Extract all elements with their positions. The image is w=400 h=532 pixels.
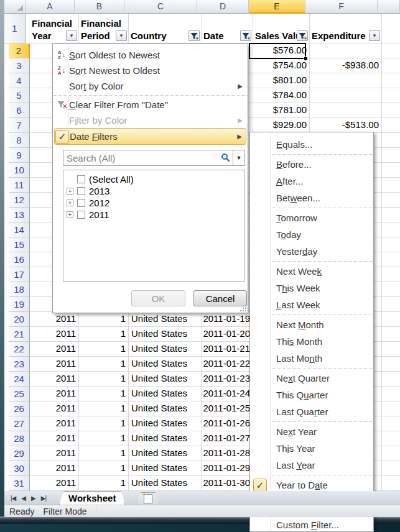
- checkbox-2012[interactable]: [77, 199, 85, 207]
- row-header-26[interactable]: 26: [9, 401, 30, 416]
- cell-G23[interactable]: [382, 357, 400, 372]
- cell-G26[interactable]: [382, 401, 400, 416]
- menu-item-clear-filter-from-date[interactable]: ✕Clear Filter From "Date": [54, 97, 246, 112]
- menu-item-next-month[interactable]: Next Month: [250, 316, 373, 333]
- menu-item-today[interactable]: Today: [250, 226, 373, 243]
- cell-D20[interactable]: 2011-01-19: [202, 312, 253, 327]
- menu-item-between[interactable]: Between...: [250, 190, 373, 206]
- cell-G20[interactable]: [382, 312, 400, 327]
- cell-G12[interactable]: [382, 193, 400, 208]
- cell-G3[interactable]: [382, 58, 400, 73]
- cell-A29[interactable]: 2011: [30, 446, 79, 461]
- header-cell-E[interactable]: Sales Value▼: [253, 14, 310, 44]
- cell-E7[interactable]: $929.00: [253, 118, 310, 133]
- menu-item-equals[interactable]: Equals...: [250, 136, 373, 153]
- cell-D22[interactable]: 2011-01-21: [202, 342, 253, 357]
- cell-G14[interactable]: [382, 222, 400, 237]
- expand-plus-icon[interactable]: +: [67, 200, 73, 206]
- cell-B26[interactable]: 1: [79, 401, 129, 416]
- cell-G22[interactable]: [382, 342, 400, 357]
- tree-item-2012[interactable]: +2012: [63, 197, 244, 209]
- cell-D24[interactable]: 2011-01-23: [202, 372, 253, 387]
- search-input[interactable]: [63, 150, 233, 166]
- cell-D23[interactable]: 2011-01-22: [202, 357, 253, 372]
- cell-A27[interactable]: 2011: [30, 416, 79, 431]
- cell-C22[interactable]: United States: [129, 342, 202, 357]
- row-header-12[interactable]: 12: [9, 193, 30, 208]
- cell-A21[interactable]: 2011: [30, 327, 79, 342]
- cell-G2[interactable]: [382, 44, 400, 58]
- cell-G30[interactable]: [382, 461, 400, 476]
- cell-G25[interactable]: [382, 387, 400, 401]
- cell-A28[interactable]: 2011: [30, 431, 79, 446]
- cell-A31[interactable]: 2011: [30, 476, 79, 491]
- column-header-F[interactable]: F: [305, 0, 378, 14]
- header-cell-C[interactable]: Country▼: [129, 14, 202, 44]
- column-header-D[interactable]: D: [197, 0, 249, 14]
- row-header-30[interactable]: 30: [9, 461, 30, 476]
- cell-G29[interactable]: [382, 446, 400, 461]
- header-cell-F[interactable]: Expenditure▼: [310, 14, 382, 44]
- menu-item-sort-oldest-to-newest[interactable]: AZ↓Sort Oldest to Newest: [54, 47, 246, 63]
- cell-F5[interactable]: [310, 88, 382, 103]
- last-sheet-icon[interactable]: ▶|: [41, 495, 46, 502]
- row-header-31[interactable]: 31: [9, 476, 30, 491]
- row-header-15[interactable]: 15: [9, 237, 30, 252]
- cell-B23[interactable]: 1: [79, 357, 129, 372]
- cell-F6[interactable]: [310, 103, 382, 118]
- cell-B25[interactable]: 1: [79, 387, 129, 401]
- cell-G19[interactable]: [382, 297, 400, 312]
- cell-G7[interactable]: [382, 118, 400, 133]
- menu-item-tomorrow[interactable]: Tomorrow: [250, 209, 373, 226]
- cell-B31[interactable]: 1: [79, 476, 129, 491]
- row-header-6[interactable]: 6: [9, 103, 30, 118]
- cell-A22[interactable]: 2011: [30, 342, 79, 357]
- cell-B30[interactable]: 1: [79, 461, 129, 476]
- menu-item-last-year[interactable]: Last Year: [250, 457, 373, 474]
- menu-item-custom-filter[interactable]: Custom Filter...: [250, 516, 373, 532]
- cell-B29[interactable]: 1: [79, 446, 129, 461]
- cell-G24[interactable]: [382, 372, 400, 387]
- cell-C28[interactable]: United States: [129, 431, 202, 446]
- cell-C21[interactable]: United States: [129, 327, 202, 342]
- cell-C27[interactable]: United States: [129, 416, 202, 431]
- cell-B20[interactable]: 1: [79, 312, 129, 327]
- cell-G17[interactable]: [382, 267, 400, 282]
- menu-item-sort-newest-to-oldest[interactable]: ZA↓Sort Newest to Oldest: [54, 63, 246, 78]
- expand-plus-icon[interactable]: +: [67, 188, 73, 195]
- cell-E3[interactable]: $754.00: [253, 58, 310, 73]
- filter-funnel-button-C[interactable]: ▼: [188, 30, 200, 41]
- cell-D30[interactable]: 2011-01-29: [202, 461, 253, 476]
- cell-B21[interactable]: 1: [79, 327, 129, 342]
- cell-D27[interactable]: 2011-01-26: [202, 416, 253, 431]
- cell-G8[interactable]: [382, 133, 400, 148]
- cell-G10[interactable]: [382, 163, 400, 178]
- cell-C29[interactable]: United States: [129, 446, 202, 461]
- column-header-E[interactable]: E: [249, 0, 305, 14]
- cell-D31[interactable]: 2011-01-30: [202, 476, 253, 491]
- cell-C26[interactable]: United States: [129, 401, 202, 416]
- cell-C23[interactable]: United States: [129, 357, 202, 372]
- checkbox-2013[interactable]: [77, 187, 85, 195]
- cell-G11[interactable]: [382, 178, 400, 193]
- menu-item-last-month[interactable]: Last Month: [250, 350, 373, 367]
- cell-G13[interactable]: [382, 208, 400, 222]
- row-header-14[interactable]: 14: [9, 222, 30, 237]
- insert-worksheet-tab[interactable]: ✦: [137, 492, 159, 505]
- filter-funnel-button-E[interactable]: ▼: [297, 30, 308, 41]
- cell-G18[interactable]: [382, 282, 400, 297]
- cell-E6[interactable]: $781.00: [253, 103, 310, 118]
- row-header-19[interactable]: 19: [9, 297, 30, 312]
- header-cell-A[interactable]: Financial Year▼: [30, 14, 79, 44]
- row-header-24[interactable]: 24: [9, 372, 30, 387]
- cell-A20[interactable]: 2011: [30, 312, 79, 327]
- cell-B22[interactable]: 1: [79, 342, 129, 357]
- row-header-23[interactable]: 23: [9, 357, 30, 372]
- search-dropdown-button[interactable]: ▼: [233, 150, 245, 166]
- menu-item-this-month[interactable]: This Month: [250, 333, 373, 350]
- row-header-27[interactable]: 27: [9, 416, 30, 431]
- row-header-25[interactable]: 25: [9, 387, 30, 401]
- checkbox-select-all[interactable]: [77, 175, 85, 183]
- column-header-C[interactable]: C: [124, 0, 197, 14]
- cell-F4[interactable]: [310, 73, 382, 88]
